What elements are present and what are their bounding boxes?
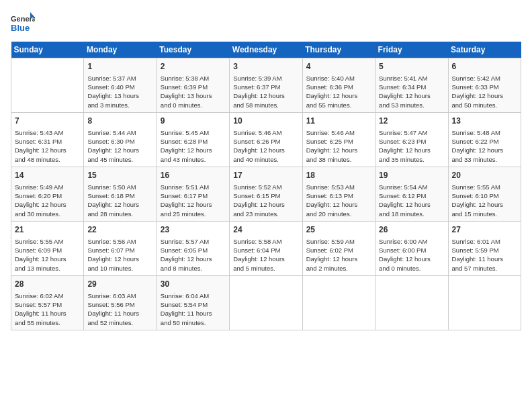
day-number: 15 (87, 170, 152, 181)
calendar-cell: 9Sunrise: 5:45 AM Sunset: 6:28 PM Daylig… (157, 112, 229, 167)
calendar-cell: 5Sunrise: 5:41 AM Sunset: 6:34 PM Daylig… (375, 58, 448, 113)
day-content: Sunrise: 5:43 AM Sunset: 6:31 PM Dayligh… (15, 128, 80, 164)
day-number: 14 (15, 170, 80, 181)
calendar-cell: 22Sunrise: 5:56 AM Sunset: 6:07 PM Dayli… (84, 221, 157, 275)
day-number: 12 (379, 116, 444, 127)
col-header-friday: Friday (375, 42, 448, 58)
col-header-saturday: Saturday (448, 42, 521, 58)
day-content: Sunrise: 6:03 AM Sunset: 5:56 PM Dayligh… (87, 291, 152, 327)
day-content: Sunrise: 5:57 AM Sunset: 6:05 PM Dayligh… (161, 237, 226, 273)
calendar-cell: 27Sunrise: 6:01 AM Sunset: 5:59 PM Dayli… (448, 221, 521, 275)
day-number: 26 (379, 224, 444, 236)
day-content: Sunrise: 6:01 AM Sunset: 5:59 PM Dayligh… (452, 237, 517, 273)
col-header-wednesday: Wednesday (230, 42, 302, 58)
calendar-cell: 8Sunrise: 5:44 AM Sunset: 6:30 PM Daylig… (84, 112, 157, 167)
calendar-cell (375, 275, 448, 330)
day-content: Sunrise: 5:40 AM Sunset: 6:36 PM Dayligh… (306, 74, 371, 109)
day-number: 24 (233, 224, 298, 236)
day-number: 6 (452, 61, 517, 73)
week-row-2: 7Sunrise: 5:43 AM Sunset: 6:31 PM Daylig… (11, 112, 521, 167)
day-number: 30 (161, 279, 226, 290)
day-content: Sunrise: 5:39 AM Sunset: 6:37 PM Dayligh… (233, 74, 298, 109)
calendar-cell: 14Sunrise: 5:49 AM Sunset: 6:20 PM Dayli… (11, 167, 84, 221)
day-content: Sunrise: 5:50 AM Sunset: 6:18 PM Dayligh… (87, 183, 152, 218)
col-header-tuesday: Tuesday (157, 42, 229, 58)
week-row-3: 14Sunrise: 5:49 AM Sunset: 6:20 PM Dayli… (11, 167, 521, 221)
day-number: 27 (452, 224, 517, 236)
day-number: 20 (452, 170, 517, 181)
day-content: Sunrise: 5:55 AM Sunset: 6:09 PM Dayligh… (15, 237, 80, 273)
day-number: 23 (161, 224, 226, 236)
day-number: 1 (87, 61, 152, 73)
day-content: Sunrise: 5:56 AM Sunset: 6:07 PM Dayligh… (87, 237, 152, 273)
day-content: Sunrise: 5:41 AM Sunset: 6:34 PM Dayligh… (379, 74, 444, 109)
day-content: Sunrise: 5:52 AM Sunset: 6:15 PM Dayligh… (233, 183, 298, 218)
calendar-cell: 11Sunrise: 5:46 AM Sunset: 6:25 PM Dayli… (302, 112, 375, 167)
day-content: Sunrise: 5:48 AM Sunset: 6:22 PM Dayligh… (452, 128, 517, 164)
day-number: 25 (306, 224, 371, 236)
day-number: 11 (306, 116, 371, 127)
day-number: 28 (15, 279, 80, 290)
week-row-4: 21Sunrise: 5:55 AM Sunset: 6:09 PM Dayli… (11, 221, 521, 275)
week-row-5: 28Sunrise: 6:02 AM Sunset: 5:57 PM Dayli… (11, 275, 521, 330)
day-content: Sunrise: 5:55 AM Sunset: 6:10 PM Dayligh… (452, 183, 517, 218)
day-number: 4 (306, 61, 371, 73)
day-content: Sunrise: 5:49 AM Sunset: 6:20 PM Dayligh… (15, 183, 80, 218)
day-number: 10 (233, 116, 298, 127)
calendar-cell: 13Sunrise: 5:48 AM Sunset: 6:22 PM Dayli… (448, 112, 521, 167)
logo-graphic: General Blue (11, 11, 35, 35)
day-content: Sunrise: 5:44 AM Sunset: 6:30 PM Dayligh… (87, 128, 152, 164)
day-content: Sunrise: 5:47 AM Sunset: 6:23 PM Dayligh… (379, 128, 444, 164)
day-content: Sunrise: 6:04 AM Sunset: 5:54 PM Dayligh… (161, 291, 226, 327)
col-header-sunday: Sunday (11, 42, 84, 58)
week-row-1: 1Sunrise: 5:37 AM Sunset: 6:40 PM Daylig… (11, 58, 521, 113)
col-header-monday: Monday (84, 42, 157, 58)
calendar-cell: 1Sunrise: 5:37 AM Sunset: 6:40 PM Daylig… (84, 58, 157, 113)
calendar-cell: 21Sunrise: 5:55 AM Sunset: 6:09 PM Dayli… (11, 221, 84, 275)
calendar-cell (448, 275, 521, 330)
day-number: 17 (233, 170, 298, 181)
day-content: Sunrise: 5:46 AM Sunset: 6:25 PM Dayligh… (306, 128, 371, 164)
calendar-cell: 30Sunrise: 6:04 AM Sunset: 5:54 PM Dayli… (157, 275, 229, 330)
day-content: Sunrise: 5:37 AM Sunset: 6:40 PM Dayligh… (87, 74, 152, 109)
calendar-cell: 28Sunrise: 6:02 AM Sunset: 5:57 PM Dayli… (11, 275, 84, 330)
day-number: 18 (306, 170, 371, 181)
day-number: 13 (452, 116, 517, 127)
calendar-cell: 2Sunrise: 5:38 AM Sunset: 6:39 PM Daylig… (157, 58, 229, 113)
day-number: 7 (15, 116, 80, 127)
col-header-thursday: Thursday (302, 42, 375, 58)
calendar-cell: 4Sunrise: 5:40 AM Sunset: 6:36 PM Daylig… (302, 58, 375, 113)
calendar-cell: 17Sunrise: 5:52 AM Sunset: 6:15 PM Dayli… (230, 167, 302, 221)
day-number: 3 (233, 61, 298, 73)
page-header: General Blue (11, 11, 521, 35)
day-content: Sunrise: 5:59 AM Sunset: 6:02 PM Dayligh… (306, 237, 371, 273)
logo: General Blue (11, 11, 35, 35)
calendar-cell: 20Sunrise: 5:55 AM Sunset: 6:10 PM Dayli… (448, 167, 521, 221)
day-number: 8 (87, 116, 152, 127)
day-content: Sunrise: 5:46 AM Sunset: 6:26 PM Dayligh… (233, 128, 298, 164)
day-number: 22 (87, 224, 152, 236)
calendar-cell: 10Sunrise: 5:46 AM Sunset: 6:26 PM Dayli… (230, 112, 302, 167)
calendar-cell: 25Sunrise: 5:59 AM Sunset: 6:02 PM Dayli… (302, 221, 375, 275)
calendar-cell: 26Sunrise: 6:00 AM Sunset: 6:00 PM Dayli… (375, 221, 448, 275)
svg-text:Blue: Blue (11, 23, 30, 33)
day-content: Sunrise: 5:38 AM Sunset: 6:39 PM Dayligh… (161, 74, 226, 109)
calendar-cell: 16Sunrise: 5:51 AM Sunset: 6:17 PM Dayli… (157, 167, 229, 221)
calendar-cell: 7Sunrise: 5:43 AM Sunset: 6:31 PM Daylig… (11, 112, 84, 167)
calendar-cell: 12Sunrise: 5:47 AM Sunset: 6:23 PM Dayli… (375, 112, 448, 167)
calendar-cell (230, 275, 302, 330)
calendar-cell (11, 58, 84, 113)
calendar-cell: 15Sunrise: 5:50 AM Sunset: 6:18 PM Dayli… (84, 167, 157, 221)
day-content: Sunrise: 5:54 AM Sunset: 6:12 PM Dayligh… (379, 183, 444, 218)
calendar-table: SundayMondayTuesdayWednesdayThursdayFrid… (11, 42, 521, 330)
calendar-cell: 24Sunrise: 5:58 AM Sunset: 6:04 PM Dayli… (230, 221, 302, 275)
day-content: Sunrise: 5:53 AM Sunset: 6:13 PM Dayligh… (306, 183, 371, 218)
logo-container: General Blue (11, 11, 35, 35)
calendar-cell (302, 275, 375, 330)
calendar-cell: 23Sunrise: 5:57 AM Sunset: 6:05 PM Dayli… (157, 221, 229, 275)
calendar-header: SundayMondayTuesdayWednesdayThursdayFrid… (11, 42, 521, 58)
day-content: Sunrise: 5:58 AM Sunset: 6:04 PM Dayligh… (233, 237, 298, 273)
calendar-cell: 3Sunrise: 5:39 AM Sunset: 6:37 PM Daylig… (230, 58, 302, 113)
day-content: Sunrise: 6:00 AM Sunset: 6:00 PM Dayligh… (379, 237, 444, 273)
calendar-cell: 6Sunrise: 5:42 AM Sunset: 6:33 PM Daylig… (448, 58, 521, 113)
